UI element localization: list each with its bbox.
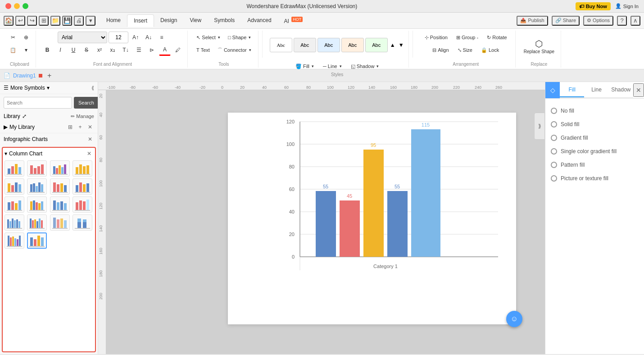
tab-fill[interactable]: Fill <box>560 83 584 97</box>
chart-thumb-5[interactable] <box>5 178 24 195</box>
shadow-button[interactable]: ◱ Shadow <box>348 60 382 72</box>
rotate-button[interactable]: ↻ Rotate <box>483 32 510 43</box>
solid-fill-option[interactable]: Solid fill <box>551 118 639 131</box>
chart-thumb-15[interactable] <box>50 214 70 231</box>
my-library-save-button[interactable]: ⊞ <box>66 123 74 131</box>
my-library-close-button[interactable]: ✕ <box>86 123 94 131</box>
paste-button[interactable]: 📋 <box>7 44 19 56</box>
collapse-button[interactable]: ∧ <box>630 16 640 26</box>
shape-button[interactable]: □ Shape <box>225 32 254 43</box>
connector-button[interactable]: ⌒ Connector <box>214 44 254 56</box>
my-library-row[interactable]: ▶ My Library ⊞ + ✕ <box>0 121 98 133</box>
no-fill-radio[interactable] <box>551 108 557 114</box>
chart-thumb-14[interactable] <box>27 214 47 231</box>
chart-thumb-9[interactable] <box>5 196 24 213</box>
chart-thumb-8[interactable] <box>73 178 92 195</box>
chart-thumb-11[interactable] <box>50 196 70 213</box>
document-title[interactable]: Drawing1 <box>13 73 36 79</box>
maximize-button[interactable] <box>23 3 28 9</box>
align-button[interactable]: ≡ <box>156 32 168 43</box>
sign-in-button[interactable]: 👤 Sign In <box>615 2 639 10</box>
tab-ai[interactable]: AI HOT <box>278 14 309 27</box>
tab-home[interactable]: Home <box>100 14 127 27</box>
cut-button[interactable]: ✂ <box>7 32 19 43</box>
right-panel-icon-button[interactable]: ◇ <box>545 82 560 98</box>
text-style-button[interactable]: T↓ <box>120 44 132 56</box>
home-icon[interactable]: 🏠 <box>4 16 14 26</box>
increase-font-button[interactable]: A↑ <box>130 32 141 43</box>
more-icon[interactable]: ▾ <box>86 16 95 26</box>
tab-advanced[interactable]: Advanced <box>241 14 277 27</box>
search-input[interactable] <box>4 97 72 109</box>
list-button[interactable]: ☰ <box>133 44 145 56</box>
tab-line[interactable]: Line <box>584 83 608 97</box>
add-tab-button[interactable]: + <box>45 71 54 80</box>
select-button[interactable]: ↖ Select <box>193 32 223 43</box>
style-scroll-up[interactable]: ▲ <box>389 32 396 59</box>
save-icon[interactable]: 💾 <box>62 16 72 26</box>
panel-collapse-button[interactable]: ⟪ <box>91 85 94 91</box>
size-button[interactable]: ⤡ Size <box>454 44 476 56</box>
font-family-select[interactable]: Arial <box>58 32 107 43</box>
fill-button[interactable]: 🪣 Fill <box>292 60 317 72</box>
chart-thumb-13[interactable] <box>5 214 24 231</box>
group-button[interactable]: ⊞ Group - <box>453 32 482 43</box>
no-fill-option[interactable]: No fill <box>551 104 639 118</box>
superscript-button[interactable]: x² <box>94 44 105 56</box>
share-button[interactable]: 🔗 Share <box>552 16 580 26</box>
publish-button[interactable]: 📤 Publish <box>517 16 548 26</box>
chart-thumb-16[interactable] <box>73 214 92 231</box>
new-icon[interactable]: ⊞ <box>39 16 49 26</box>
indent-button[interactable]: ⊳ <box>146 44 158 56</box>
style-box-4[interactable]: Abc <box>341 38 364 52</box>
my-library-add-button[interactable]: + <box>76 123 84 131</box>
pattern-fill-radio[interactable] <box>551 162 557 168</box>
align-arrange-button[interactable]: ⊟ Align <box>429 44 452 56</box>
right-panel-close-button[interactable]: ✕ <box>633 83 644 97</box>
chart-thumb-1[interactable] <box>5 160 24 177</box>
position-button[interactable]: ⊹ Position <box>421 32 451 43</box>
chart-thumb-4[interactable] <box>73 160 92 177</box>
chart-section-close-button[interactable]: ✕ <box>85 150 93 158</box>
chart-thumb-12[interactable] <box>73 196 92 213</box>
tab-design[interactable]: Design <box>154 14 183 27</box>
chart-thumb-3[interactable] <box>50 160 70 177</box>
expand-panel-button[interactable]: ⟫ <box>534 113 545 140</box>
style-scroll-down[interactable]: ▼ <box>398 32 405 59</box>
tab-shadow[interactable]: Shadow <box>609 83 633 97</box>
paste-options-button[interactable]: ▾ <box>20 44 32 56</box>
replace-shape-button[interactable]: ⬡ Replace Shape <box>521 31 557 62</box>
text-button[interactable]: T Text <box>193 44 213 56</box>
options-button[interactable]: ⚙ Options <box>583 16 613 26</box>
picture-fill-radio[interactable] <box>551 175 557 182</box>
minimize-button[interactable] <box>14 3 20 9</box>
lock-button[interactable]: 🔒 Lock <box>477 44 503 56</box>
undo-icon[interactable]: ↩ <box>15 16 25 26</box>
font-size-input[interactable] <box>109 32 128 43</box>
tab-view[interactable]: View <box>183 14 208 27</box>
style-box-2[interactable]: Abc <box>294 38 316 52</box>
tab-symbols[interactable]: Symbols <box>208 14 241 27</box>
chart-thumb-17[interactable] <box>5 232 24 249</box>
infographic-close-button[interactable]: ✕ <box>86 135 94 143</box>
single-gradient-radio[interactable] <box>551 148 557 155</box>
style-box-1[interactable]: Abc <box>270 38 292 52</box>
pattern-fill-option[interactable]: Pattern fill <box>551 158 639 172</box>
highlight-button[interactable]: 🖊 <box>172 44 184 56</box>
bold-button[interactable]: B <box>41 44 53 56</box>
chart-thumb-7[interactable] <box>50 178 70 195</box>
underline-button[interactable]: U <box>68 44 79 56</box>
gradient-fill-radio[interactable] <box>551 135 557 141</box>
italic-button[interactable]: I <box>54 44 66 56</box>
font-color-button[interactable]: A <box>159 44 171 56</box>
search-button[interactable]: Search <box>74 97 98 109</box>
style-box-3[interactable]: Abc <box>317 38 340 52</box>
redo-icon[interactable]: ↪ <box>27 16 37 26</box>
copy-style-button[interactable]: ⊕ <box>20 32 32 43</box>
subscript-button[interactable]: x₂ <box>107 44 118 56</box>
chart-thumb-10[interactable] <box>27 196 47 213</box>
decrease-font-button[interactable]: A↓ <box>143 32 154 43</box>
style-box-5[interactable]: Abc <box>365 38 388 52</box>
manage-button[interactable]: ✏ Manage <box>71 114 94 119</box>
floating-action-button[interactable]: ☺ <box>506 311 522 327</box>
